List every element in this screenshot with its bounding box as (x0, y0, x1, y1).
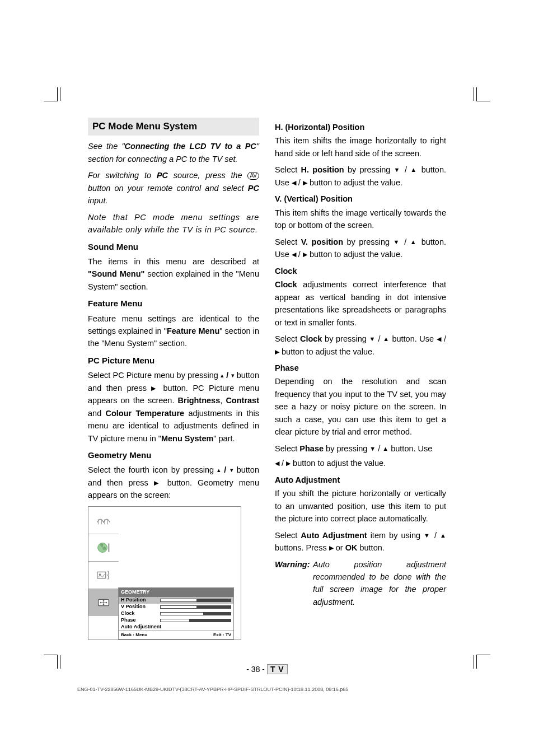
text: Select (275, 334, 300, 343)
slash: / (279, 459, 286, 468)
geometry-icon (88, 589, 119, 616)
slash: / (376, 334, 383, 343)
hpos-select: Select H. position by pressing ▼ / ▲ but… (275, 164, 446, 189)
text: Select (275, 237, 301, 246)
feature-menu-para: Feature menu settings are identical to t… (88, 312, 259, 350)
sound-menu-heading: Sound Menu (88, 240, 259, 253)
text: buttons. Press (275, 543, 329, 552)
down-icon: ▼ (424, 532, 431, 539)
sound-menu-para: The items in this menu are described at … (88, 255, 259, 293)
slider (160, 605, 231, 609)
text: button. (357, 543, 384, 552)
phase-select-2: ◀ / ▶ button to adjust the value. (275, 457, 446, 469)
slider (160, 599, 231, 602)
bold: Auto Adjustment (301, 531, 367, 540)
text: button to adjust the value. (279, 347, 374, 356)
geometry-para: Select the fourth icon by pressing ▴ / ▾… (88, 464, 259, 501)
crop-mark-tr (476, 87, 490, 101)
slider (160, 619, 231, 622)
text: For switching to (88, 171, 157, 180)
bold: Menu System (161, 434, 213, 443)
bold: Clock (275, 280, 297, 289)
text: source, press the (168, 171, 247, 180)
text: button on your remote control and select (88, 184, 248, 193)
slider (160, 612, 231, 615)
right-icon: ▶ (151, 385, 158, 391)
bold: PC (157, 171, 168, 180)
up-icon: ▲ (440, 532, 446, 539)
clock-para: Clock adjustments correct interference t… (275, 278, 446, 329)
intro-2: For switching to PC source, press the AV… (88, 169, 259, 207)
crop-mark-br (476, 655, 490, 669)
right-icon: ▶ (303, 179, 307, 186)
feature-menu-heading: Feature Menu (88, 297, 259, 310)
text: adjustments correct interference that ap… (275, 280, 446, 326)
text: button to adjust the value. (307, 250, 402, 259)
text: by pressing (322, 334, 369, 343)
slash: / (401, 237, 410, 246)
text: The items in this menu are described at (88, 257, 259, 266)
right-icon: ▶ (286, 460, 291, 466)
slash: / (401, 165, 411, 174)
bold: V. position (301, 237, 343, 246)
osd-icon-column (88, 507, 119, 640)
text: Select (275, 165, 301, 174)
page-content: PC Mode Menu System See the "Connecting … (88, 0, 446, 676)
bold: Clock (300, 334, 322, 343)
left-column: PC Mode Menu System See the "Connecting … (88, 118, 259, 640)
text: and (88, 409, 105, 418)
clock-heading: Clock (275, 265, 446, 277)
hpos-para: This item shifts the image horizontally … (275, 134, 446, 160)
bold: Contrast (226, 396, 259, 405)
row-label: Auto Adjustment (121, 623, 161, 631)
vpos-heading: V. (Vertical) Position (275, 193, 446, 205)
osd-empty-area: GEOMETRY H Position V Position Clock (119, 507, 241, 640)
right-icon: ▶ (275, 348, 279, 355)
text: Select PC Picture menu by pressing (88, 371, 221, 380)
geometry-heading: Geometry Menu (88, 449, 259, 461)
geometry-submenu: GEOMETRY H Position V Position Clock (118, 587, 234, 640)
vpos-para: This item shifts the image vertically to… (275, 207, 446, 232)
left-icon: ◀ (292, 179, 296, 186)
text: button to adjust the value. (291, 459, 386, 468)
right-column: H. (Horizontal) Position This item shift… (275, 118, 446, 640)
text: input. (88, 196, 107, 205)
text: by pressing (344, 165, 394, 174)
bold: H. position (301, 165, 344, 174)
tv-badge: T V (267, 664, 288, 674)
text: Select the fourth icon by pressing (88, 465, 217, 474)
foot-exit: Exit : TV (213, 632, 231, 638)
right-icon: ▶ (329, 544, 334, 551)
crop-mark-tl (44, 87, 58, 101)
bold: OK (345, 543, 358, 552)
hpos-heading: H. (Horizontal) Position (275, 121, 446, 133)
auto-select: Select Auto Adjustment item by using ▼ /… (275, 529, 446, 554)
down-icon: ▼ (369, 445, 376, 452)
submenu-footer: Back : Menu Exit : TV (119, 631, 233, 639)
slash: / (224, 371, 231, 380)
up-icon: ▲ (410, 166, 418, 173)
clock-select: Select Clock by pressing ▼ / ▲ button. U… (275, 333, 446, 358)
down-icon: ▼ (394, 166, 401, 173)
text: Select (275, 444, 299, 453)
down-icon: ▼ (394, 239, 401, 245)
slash: / (296, 178, 303, 187)
down-icon: ▼ (369, 335, 376, 342)
foot-back: Back : Menu (121, 632, 147, 638)
intro-3: Note that PC mode menu settings are avai… (88, 211, 259, 236)
up-icon: ▲ (383, 335, 390, 342)
text: or (334, 543, 345, 552)
bold: Connecting the LCD TV to a PC (125, 142, 256, 151)
left-icon: ◀ (292, 251, 296, 258)
slash: / (441, 334, 446, 343)
text: item by using (367, 531, 424, 540)
text: button to adjust the value. (307, 178, 402, 187)
submenu-title: GEOMETRY (119, 588, 233, 597)
bold: Feature Menu (167, 326, 219, 335)
phase-select-1: Select Phase by pressing ▼ / ▲ button. U… (275, 442, 446, 455)
slash: / (221, 465, 229, 474)
feature-icon (88, 534, 119, 562)
geometry-osd-screenshot: GEOMETRY H Position V Position Clock (88, 506, 241, 640)
slash: / (431, 531, 440, 540)
bold: Colour Temperature (105, 409, 184, 418)
